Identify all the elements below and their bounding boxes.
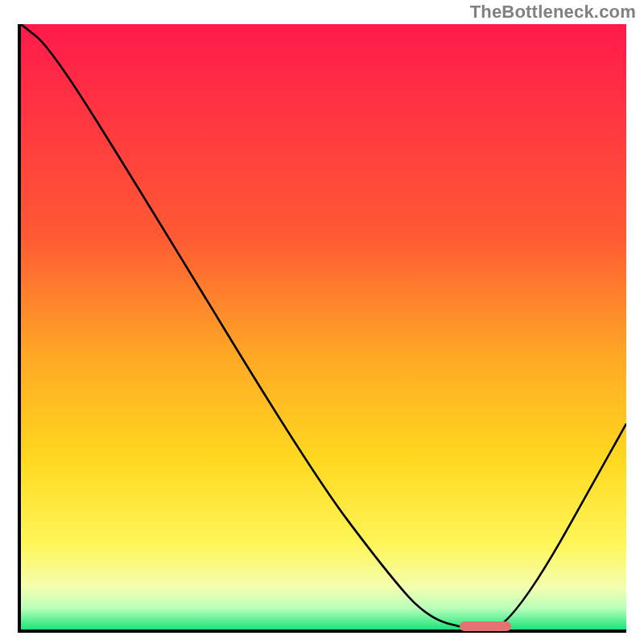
bottleneck-curve	[21, 24, 626, 630]
chart-root: TheBottleneck.com	[0, 0, 644, 644]
attribution-text: TheBottleneck.com	[470, 2, 636, 23]
plot-area	[18, 24, 626, 633]
curve-layer	[21, 24, 626, 630]
optimal-range-marker	[460, 621, 511, 631]
